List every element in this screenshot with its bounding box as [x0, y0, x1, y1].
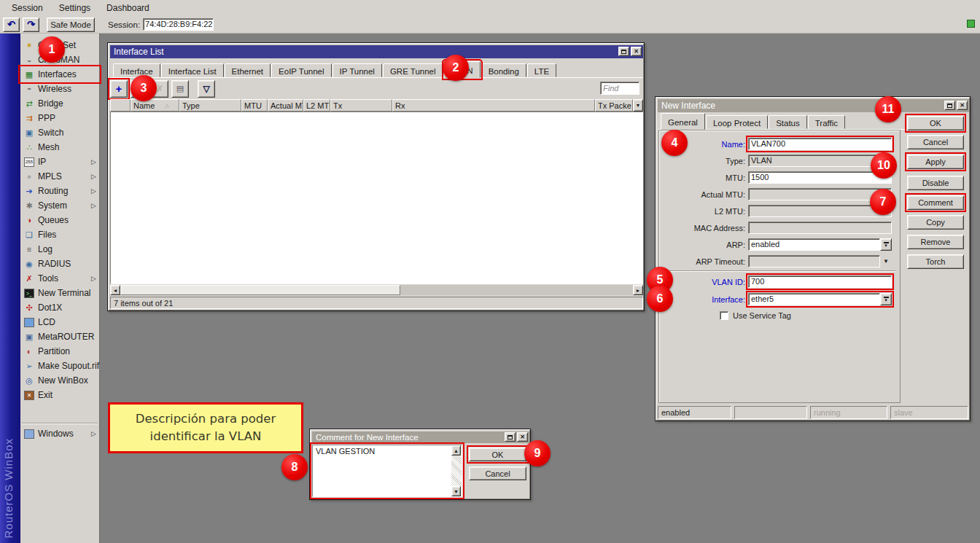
sidebar: ✶Quick Set◒CAPsMAN▦Interfaces◓Wireless⇄B…	[20, 34, 100, 543]
horizontal-scrollbar[interactable]: ◄ ►	[110, 285, 643, 295]
input-name[interactable]: VLAN700	[748, 138, 892, 150]
close-icon[interactable]: ✕	[517, 432, 528, 442]
scroll-left-icon[interactable]: ◄	[110, 285, 120, 295]
tab-loop-protect[interactable]: Loop Protect	[706, 115, 768, 129]
sidebar-item-windows[interactable]: Windows▷	[20, 426, 99, 441]
scrollbar-thumb[interactable]	[120, 285, 400, 295]
maximize-icon[interactable]	[618, 47, 629, 56]
tab-lte[interactable]: LTE	[527, 63, 556, 77]
menu-settings[interactable]: Settings	[52, 1, 98, 15]
tab-interface[interactable]: Interface	[113, 63, 160, 77]
step-marker-1: 1	[39, 36, 65, 63]
session-input[interactable]: 74:4D:28:B9:F4:22	[143, 18, 214, 31]
tab-eoip-tunnel[interactable]: EoIP Tunnel	[271, 63, 331, 77]
use-service-tag-checkbox[interactable]	[720, 311, 728, 320]
sidebar-item-interfaces[interactable]: ▦Interfaces	[20, 67, 99, 82]
field-row-vlan-id: VLAN ID:700	[659, 276, 900, 288]
vertical-scrollbar[interactable]: ▲ ▼	[451, 445, 462, 496]
disable-button[interactable]: Disable	[907, 176, 964, 190]
partition-icon: ◐	[24, 347, 34, 356]
tab-status[interactable]: Status	[769, 115, 807, 129]
column-header-name[interactable]: Name△	[131, 99, 179, 112]
column-select-icon[interactable]: ▼	[633, 99, 643, 112]
comment-textarea[interactable]: VLAN GESTION ▲ ▼	[312, 445, 462, 497]
apply-button[interactable]: Apply	[907, 155, 964, 169]
close-icon[interactable]: ✕	[957, 101, 968, 110]
find-input[interactable]	[600, 82, 639, 95]
table-body[interactable]	[110, 112, 643, 284]
sidebar-item-queues[interactable]: ◑Queues	[20, 213, 99, 227]
sidebar-item-tools[interactable]: ✗Tools▷	[20, 271, 99, 286]
input-mtu[interactable]: 1500	[748, 171, 892, 184]
comment-button[interactable]: Comment	[907, 195, 964, 210]
comment-button[interactable]: ▤	[171, 80, 189, 98]
tab-interface-list[interactable]: Interface List	[161, 63, 224, 77]
sidebar-item-new-terminal[interactable]: >_New Terminal	[20, 286, 99, 300]
sidebar-item-label: Windows	[38, 429, 74, 439]
sidebar-item-make-supout-rif[interactable]: ➢Make Supout.rif	[20, 359, 99, 373]
tab-ethernet[interactable]: Ethernet	[225, 63, 271, 77]
column-header-tx-packe[interactable]: Tx Packe	[595, 99, 633, 112]
menu-dashboard[interactable]: Dashboard	[99, 1, 157, 15]
new-interface-titlebar[interactable]: New Interface ✕	[658, 99, 969, 112]
safe-mode-button[interactable]: Safe Mode	[47, 17, 95, 32]
sidebar-item-lcd[interactable]: LCD	[20, 315, 99, 329]
interface-list-titlebar[interactable]: Interface List ✕	[110, 45, 643, 58]
scroll-right-icon[interactable]: ►	[633, 285, 643, 295]
close-icon[interactable]: ✕	[631, 47, 642, 56]
sidebar-item-system[interactable]: ✱System▷	[20, 198, 99, 213]
tab-gre-tunnel[interactable]: GRE Tunnel	[383, 63, 443, 77]
column-header-rx[interactable]: Rx	[392, 99, 595, 112]
sidebar-item-mesh[interactable]: ∴Mesh	[20, 140, 99, 155]
ok-button[interactable]: OK	[907, 116, 964, 130]
add-button[interactable]: +	[110, 80, 128, 98]
column-header-mtu[interactable]: MTU	[241, 99, 268, 112]
sidebar-item-bridge[interactable]: ⇄Bridge	[20, 96, 99, 111]
dropdown-button-icon[interactable]: ▼	[880, 238, 892, 251]
maximize-icon[interactable]	[505, 432, 516, 442]
tab-general[interactable]: General	[661, 113, 705, 130]
sidebar-item-routing[interactable]: ➔Routing▷	[20, 184, 99, 198]
sidebar-item-radius[interactable]: ◉RADIUS	[20, 257, 99, 271]
input-arp[interactable]: enabled	[748, 238, 880, 251]
tab-traffic[interactable]: Traffic	[808, 115, 845, 129]
sidebar-item-ip[interactable]: 255IP▷	[20, 155, 99, 169]
tab-ip-tunnel[interactable]: IP Tunnel	[332, 63, 382, 77]
comment-dialog-titlebar[interactable]: Comment for New Interface ✕	[312, 431, 529, 443]
input-vlan-id[interactable]: 700	[748, 276, 892, 288]
sidebar-item-partition[interactable]: ◐Partition	[20, 344, 99, 359]
comment-cancel-button[interactable]: Cancel	[469, 466, 526, 480]
sidebar-item-label: Dot1X	[38, 302, 62, 313]
remove-button[interactable]: Remove	[907, 235, 964, 249]
copy-button[interactable]: Copy	[907, 215, 964, 230]
tab-bonding[interactable]: Bonding	[481, 63, 526, 77]
sidebar-item-exit[interactable]: ✕Exit	[20, 388, 99, 402]
redo-button[interactable]: ↷	[23, 17, 39, 32]
column-header-tx[interactable]: Tx	[330, 99, 392, 112]
sidebar-item-dot1x[interactable]: ✣Dot1X	[20, 300, 99, 315]
torch-button[interactable]: Torch	[907, 254, 964, 269]
sidebar-item-mpls[interactable]: ●MPLS▷	[20, 169, 99, 184]
undo-icon: ↶	[7, 19, 15, 30]
filter-button[interactable]: ▽	[198, 80, 215, 98]
dropdown-button-icon[interactable]: ▼	[880, 293, 892, 305]
sidebar-item-metarouter[interactable]: ▣MetaROUTER	[20, 329, 99, 344]
sidebar-item-new-winbox[interactable]: ◎New WinBox	[20, 373, 99, 388]
column-header-l2-mtu[interactable]: L2 MTU	[303, 99, 330, 112]
menu-session[interactable]: Session	[4, 1, 50, 15]
column-header-actual-mtu[interactable]: Actual MTU	[268, 99, 303, 112]
maximize-icon[interactable]	[944, 101, 955, 110]
scroll-up-icon[interactable]: ▲	[451, 445, 461, 456]
column-header-type[interactable]: Type	[179, 99, 241, 112]
sidebar-item-ppp[interactable]: ⇉PPP	[20, 111, 99, 125]
scroll-down-icon[interactable]: ▼	[451, 486, 461, 496]
sidebar-item-wireless[interactable]: ◓Wireless	[20, 82, 99, 96]
cancel-button[interactable]: Cancel	[907, 135, 964, 149]
sidebar-item-log[interactable]: ≡Log	[20, 242, 99, 257]
undo-button[interactable]: ↶	[3, 17, 20, 32]
input-interface[interactable]: ether5	[748, 293, 880, 305]
sidebar-item-switch[interactable]: ▣Switch	[20, 125, 99, 140]
sidebar-item-files[interactable]: ❏Files	[20, 227, 99, 242]
comment-ok-button[interactable]: OK	[469, 448, 526, 461]
sidebar-item-label: Make Supout.rif	[38, 361, 99, 371]
